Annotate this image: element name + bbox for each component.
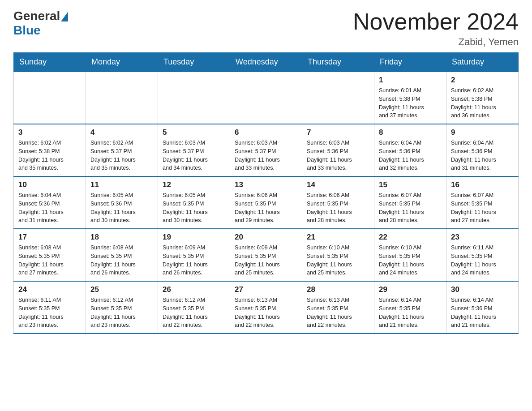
calendar-cell: 30Sunrise: 6:14 AMSunset: 5:36 PMDayligh… bbox=[446, 281, 519, 334]
calendar-cell: 20Sunrise: 6:09 AMSunset: 5:35 PMDayligh… bbox=[230, 229, 302, 281]
calendar-cell: 8Sunrise: 6:04 AMSunset: 5:36 PMDaylight… bbox=[374, 124, 446, 176]
day-number: 4 bbox=[90, 128, 153, 137]
day-info: Sunrise: 6:06 AMSunset: 5:35 PMDaylight:… bbox=[235, 191, 297, 225]
day-info: Sunrise: 6:03 AMSunset: 5:37 PMDaylight:… bbox=[163, 139, 225, 172]
day-number: 18 bbox=[90, 233, 153, 242]
day-info: Sunrise: 6:09 AMSunset: 5:35 PMDaylight:… bbox=[235, 244, 297, 277]
calendar-cell bbox=[230, 72, 302, 124]
calendar-cell: 25Sunrise: 6:12 AMSunset: 5:35 PMDayligh… bbox=[86, 281, 158, 334]
calendar-cell: 2Sunrise: 6:02 AMSunset: 5:38 PMDaylight… bbox=[446, 72, 519, 124]
day-number: 11 bbox=[90, 180, 153, 189]
day-number: 15 bbox=[379, 180, 442, 189]
calendar-cell bbox=[86, 72, 158, 124]
calendar-week-row: 3Sunrise: 6:02 AMSunset: 5:38 PMDaylight… bbox=[14, 124, 519, 176]
calendar-cell: 24Sunrise: 6:11 AMSunset: 5:35 PMDayligh… bbox=[14, 281, 86, 334]
day-info: Sunrise: 6:02 AMSunset: 5:38 PMDaylight:… bbox=[451, 86, 514, 120]
column-header-thursday: Thursday bbox=[302, 53, 374, 72]
calendar-cell: 15Sunrise: 6:07 AMSunset: 5:35 PMDayligh… bbox=[374, 176, 446, 229]
calendar-week-row: 10Sunrise: 6:04 AMSunset: 5:36 PMDayligh… bbox=[14, 176, 519, 229]
day-info: Sunrise: 6:12 AMSunset: 5:35 PMDaylight:… bbox=[163, 296, 225, 330]
calendar-header-row: SundayMondayTuesdayWednesdayThursdayFrid… bbox=[14, 53, 519, 72]
calendar-cell: 4Sunrise: 6:02 AMSunset: 5:37 PMDaylight… bbox=[86, 124, 158, 176]
day-info: Sunrise: 6:03 AMSunset: 5:37 PMDaylight:… bbox=[235, 139, 297, 172]
day-number: 5 bbox=[163, 128, 225, 137]
day-number: 7 bbox=[307, 128, 369, 137]
day-number: 30 bbox=[451, 285, 514, 294]
calendar-cell: 9Sunrise: 6:04 AMSunset: 5:36 PMDaylight… bbox=[446, 124, 519, 176]
calendar-week-row: 1Sunrise: 6:01 AMSunset: 5:38 PMDaylight… bbox=[14, 72, 519, 124]
calendar-cell: 19Sunrise: 6:09 AMSunset: 5:35 PMDayligh… bbox=[158, 229, 230, 281]
logo-general-text: General bbox=[13, 9, 60, 23]
day-info: Sunrise: 6:08 AMSunset: 5:35 PMDaylight:… bbox=[90, 244, 153, 277]
calendar-cell: 27Sunrise: 6:13 AMSunset: 5:35 PMDayligh… bbox=[230, 281, 302, 334]
page-header: General Blue November 2024 Zabid, Yemen bbox=[13, 9, 519, 48]
calendar-cell: 1Sunrise: 6:01 AMSunset: 5:38 PMDaylight… bbox=[374, 72, 446, 124]
calendar-cell: 11Sunrise: 6:05 AMSunset: 5:36 PMDayligh… bbox=[86, 176, 158, 229]
day-info: Sunrise: 6:06 AMSunset: 5:35 PMDaylight:… bbox=[307, 191, 369, 225]
day-number: 26 bbox=[163, 285, 225, 294]
day-info: Sunrise: 6:11 AMSunset: 5:35 PMDaylight:… bbox=[451, 244, 514, 277]
day-info: Sunrise: 6:07 AMSunset: 5:35 PMDaylight:… bbox=[379, 191, 442, 225]
day-number: 20 bbox=[235, 233, 297, 242]
day-number: 21 bbox=[307, 233, 369, 242]
calendar-cell: 22Sunrise: 6:10 AMSunset: 5:35 PMDayligh… bbox=[374, 229, 446, 281]
calendar-cell: 29Sunrise: 6:14 AMSunset: 5:35 PMDayligh… bbox=[374, 281, 446, 334]
day-number: 1 bbox=[379, 76, 442, 85]
day-number: 8 bbox=[379, 128, 442, 137]
calendar-cell: 23Sunrise: 6:11 AMSunset: 5:35 PMDayligh… bbox=[446, 229, 519, 281]
column-header-saturday: Saturday bbox=[446, 53, 519, 72]
calendar-table: SundayMondayTuesdayWednesdayThursdayFrid… bbox=[13, 52, 519, 334]
day-number: 25 bbox=[90, 285, 153, 294]
day-number: 9 bbox=[451, 128, 514, 137]
day-number: 24 bbox=[18, 285, 81, 294]
day-number: 28 bbox=[307, 285, 369, 294]
day-number: 14 bbox=[307, 180, 369, 189]
calendar-cell: 13Sunrise: 6:06 AMSunset: 5:35 PMDayligh… bbox=[230, 176, 302, 229]
column-header-sunday: Sunday bbox=[14, 53, 86, 72]
calendar-cell bbox=[302, 72, 374, 124]
day-info: Sunrise: 6:03 AMSunset: 5:36 PMDaylight:… bbox=[307, 139, 369, 172]
day-number: 29 bbox=[379, 285, 442, 294]
day-info: Sunrise: 6:04 AMSunset: 5:36 PMDaylight:… bbox=[18, 191, 81, 225]
day-number: 6 bbox=[235, 128, 297, 137]
day-info: Sunrise: 6:07 AMSunset: 5:35 PMDaylight:… bbox=[451, 191, 514, 225]
day-number: 27 bbox=[235, 285, 297, 294]
day-info: Sunrise: 6:10 AMSunset: 5:35 PMDaylight:… bbox=[379, 244, 442, 277]
day-info: Sunrise: 6:12 AMSunset: 5:35 PMDaylight:… bbox=[90, 296, 153, 330]
calendar-cell: 16Sunrise: 6:07 AMSunset: 5:35 PMDayligh… bbox=[446, 176, 519, 229]
day-info: Sunrise: 6:13 AMSunset: 5:35 PMDaylight:… bbox=[235, 296, 297, 330]
location: Zabid, Yemen bbox=[353, 36, 519, 48]
day-number: 3 bbox=[18, 128, 81, 137]
calendar-cell bbox=[158, 72, 230, 124]
column-header-tuesday: Tuesday bbox=[158, 53, 230, 72]
day-number: 12 bbox=[163, 180, 225, 189]
day-info: Sunrise: 6:14 AMSunset: 5:36 PMDaylight:… bbox=[451, 296, 514, 330]
logo: General Blue bbox=[13, 9, 68, 38]
calendar-cell: 3Sunrise: 6:02 AMSunset: 5:38 PMDaylight… bbox=[14, 124, 86, 176]
day-info: Sunrise: 6:04 AMSunset: 5:36 PMDaylight:… bbox=[451, 139, 514, 172]
calendar-cell: 5Sunrise: 6:03 AMSunset: 5:37 PMDaylight… bbox=[158, 124, 230, 176]
day-info: Sunrise: 6:01 AMSunset: 5:38 PMDaylight:… bbox=[379, 86, 442, 120]
day-info: Sunrise: 6:09 AMSunset: 5:35 PMDaylight:… bbox=[163, 244, 225, 277]
day-number: 13 bbox=[235, 180, 297, 189]
calendar-cell: 21Sunrise: 6:10 AMSunset: 5:35 PMDayligh… bbox=[302, 229, 374, 281]
day-number: 17 bbox=[18, 233, 81, 242]
day-number: 2 bbox=[451, 76, 514, 85]
calendar-cell: 6Sunrise: 6:03 AMSunset: 5:37 PMDaylight… bbox=[230, 124, 302, 176]
day-info: Sunrise: 6:02 AMSunset: 5:38 PMDaylight:… bbox=[18, 139, 81, 172]
title-area: November 2024 Zabid, Yemen bbox=[353, 9, 519, 48]
logo-triangle-icon bbox=[61, 12, 68, 21]
calendar-cell: 10Sunrise: 6:04 AMSunset: 5:36 PMDayligh… bbox=[14, 176, 86, 229]
day-number: 19 bbox=[163, 233, 225, 242]
column-header-monday: Monday bbox=[86, 53, 158, 72]
calendar-cell: 18Sunrise: 6:08 AMSunset: 5:35 PMDayligh… bbox=[86, 229, 158, 281]
day-info: Sunrise: 6:04 AMSunset: 5:36 PMDaylight:… bbox=[379, 139, 442, 172]
calendar-cell: 28Sunrise: 6:13 AMSunset: 5:35 PMDayligh… bbox=[302, 281, 374, 334]
day-info: Sunrise: 6:13 AMSunset: 5:35 PMDaylight:… bbox=[307, 296, 369, 330]
calendar-week-row: 24Sunrise: 6:11 AMSunset: 5:35 PMDayligh… bbox=[14, 281, 519, 334]
day-info: Sunrise: 6:02 AMSunset: 5:37 PMDaylight:… bbox=[90, 139, 153, 172]
day-number: 16 bbox=[451, 180, 514, 189]
logo-blue-text: Blue bbox=[13, 23, 41, 38]
calendar-cell: 7Sunrise: 6:03 AMSunset: 5:36 PMDaylight… bbox=[302, 124, 374, 176]
column-header-friday: Friday bbox=[374, 53, 446, 72]
